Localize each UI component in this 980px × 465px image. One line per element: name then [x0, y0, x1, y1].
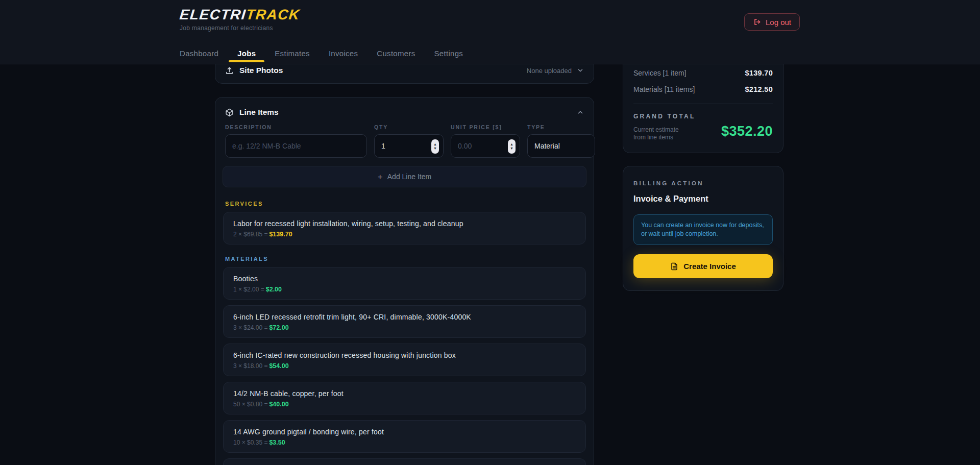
materials-summary-label: Materials [11 items]	[633, 85, 695, 93]
material-calc-expression: 10 × $0.35 =	[233, 439, 267, 446]
material-description: Booties	[233, 275, 576, 283]
estimate-summary-card: Services [1 item] $139.70 Materials [11 …	[623, 53, 783, 153]
add-line-item-label: Add Line Item	[387, 173, 431, 181]
service-total: $139.70	[269, 231, 292, 238]
site-photos-status: None uploaded	[527, 67, 572, 75]
billing-info-note: You can create an invoice now for deposi…	[633, 214, 773, 245]
line-items-card: Line Items DESCRIPTION QTY	[215, 97, 594, 465]
chevron-up-icon[interactable]	[577, 109, 584, 116]
logout-button[interactable]: Log out	[744, 13, 800, 31]
material-description: 6-inch IC-rated new construction recesse…	[233, 351, 576, 359]
description-label: DESCRIPTION	[225, 124, 367, 130]
material-calc-expression: 1 × $2.00 =	[233, 286, 264, 293]
service-calc: 2 × $69.85 =$139.70	[233, 231, 576, 238]
nav-item-settings[interactable]: Settings	[434, 49, 463, 62]
description-field-group: DESCRIPTION	[225, 124, 367, 158]
unit-price-input[interactable]	[458, 142, 513, 150]
site-photos-status-group: None uploaded	[527, 67, 584, 75]
upload-icon	[225, 66, 234, 75]
type-select-value: Material	[534, 142, 560, 150]
material-row[interactable]: 14 AWG ground pigtail / bonding wire, pe…	[223, 420, 586, 453]
billing-action-card: BILLING ACTION Invoice & Payment You can…	[623, 166, 783, 291]
material-row[interactable]: Booties 1 × $2.00 =$2.00	[223, 267, 586, 300]
services-summary-value: $139.70	[745, 69, 773, 77]
main-nav: Dashboard Jobs Estimates Invoices Custom…	[180, 49, 463, 62]
nav-item-invoices[interactable]: Invoices	[329, 49, 358, 62]
chevron-down-icon[interactable]	[577, 67, 584, 74]
invoice-doc-icon	[670, 262, 678, 271]
grand-total-note: Current estimate from line items	[633, 124, 679, 141]
description-input[interactable]	[232, 142, 360, 150]
nav-item-dashboard[interactable]: Dashboard	[180, 49, 218, 62]
logout-label: Log out	[766, 18, 791, 27]
unit-price-stepper[interactable]: ▲▼	[508, 139, 516, 154]
service-row[interactable]: Labor for recessed light installation, w…	[223, 212, 586, 244]
nav-item-jobs[interactable]: Jobs	[237, 49, 256, 62]
add-line-item-button[interactable]: + Add Line Item	[223, 166, 586, 187]
grand-total-note-line2: from line items	[633, 134, 679, 141]
qty-field-group: QTY ▲▼	[374, 124, 444, 158]
site-photos-header[interactable]: Site Photos None uploaded	[225, 63, 584, 78]
nav-item-estimates[interactable]: Estimates	[275, 49, 310, 62]
logo: ELECTRITRACK Job management for electric…	[180, 7, 300, 32]
unit-price-label: UNIT PRICE [$]	[451, 124, 520, 130]
material-calc-expression: 50 × $0.80 =	[233, 401, 267, 408]
nav-item-customers[interactable]: Customers	[377, 49, 415, 62]
description-input-box	[225, 134, 367, 158]
material-calc-expression: 3 × $24.00 =	[233, 324, 267, 331]
material-description: 14/2 NM-B cable, copper, per foot	[233, 389, 576, 398]
material-total: $54.00	[269, 362, 288, 370]
materials-summary-value: $212.50	[745, 85, 773, 93]
line-items-title-group: Line Items	[225, 108, 279, 117]
material-total: $2.00	[266, 286, 282, 293]
logo-tagline: Job management for electricians	[180, 25, 300, 32]
top-bar: ELECTRITRACK Job management for electric…	[0, 0, 980, 64]
qty-input[interactable]	[381, 142, 436, 150]
material-description: 6-inch LED recessed retrofit trim light,…	[233, 313, 576, 321]
material-description: 14 AWG ground pigtail / bonding wire, pe…	[233, 428, 576, 436]
app-screen: ELECTRITRACK Job management for electric…	[0, 0, 980, 465]
materials-heading: MATERIALS	[225, 256, 584, 262]
package-icon	[225, 108, 234, 117]
grand-total-value: $352.20	[721, 124, 773, 139]
material-total: $3.50	[269, 439, 285, 446]
new-line-item-form: DESCRIPTION QTY ▲▼ UNIT PRICE [$]	[223, 124, 586, 158]
material-calc: 3 × $24.00 =$72.00	[233, 324, 576, 331]
line-items-title: Line Items	[239, 108, 279, 117]
material-row[interactable]	[223, 458, 586, 465]
logo-part-2: TRACK	[246, 7, 301, 22]
material-calc: 50 × $0.80 =$40.00	[233, 401, 576, 408]
logo-text: ELECTRITRACK	[179, 7, 301, 23]
divider	[633, 104, 773, 104]
services-heading: SERVICES	[225, 201, 584, 207]
grand-total-label: GRAND TOTAL	[633, 113, 773, 120]
service-calc-expression: 2 × $69.85 =	[233, 231, 267, 238]
billing-title: Invoice & Payment	[633, 194, 773, 204]
type-field-group: TYPE Material	[527, 124, 595, 158]
logout-icon	[753, 18, 761, 26]
unit-price-field-group: UNIT PRICE [$] ▲▼	[451, 124, 520, 158]
billing-section-label: BILLING ACTION	[633, 180, 773, 186]
service-description: Labor for recessed light installation, w…	[233, 219, 576, 228]
material-row[interactable]: 14/2 NM-B cable, copper, per foot 50 × $…	[223, 382, 586, 414]
site-photos-title-group: Site Photos	[225, 66, 283, 75]
grand-total-row: Current estimate from line items $352.20	[633, 124, 773, 141]
material-row[interactable]: 6-inch IC-rated new construction recesse…	[223, 344, 586, 376]
main-content: Site Photos None uploaded	[215, 0, 594, 465]
create-invoice-button[interactable]: Create Invoice	[633, 254, 773, 278]
grand-total-note-line1: Current estimate	[633, 126, 679, 134]
type-select[interactable]: Material	[527, 134, 595, 158]
material-calc: 10 × $0.35 =$3.50	[233, 439, 576, 446]
material-row[interactable]: 6-inch LED recessed retrofit trim light,…	[223, 305, 586, 338]
logo-part-1: ELECTRI	[179, 7, 247, 22]
qty-stepper[interactable]: ▲▼	[431, 139, 439, 154]
qty-label: QTY	[374, 124, 444, 130]
line-items-header[interactable]: Line Items	[223, 107, 586, 118]
qty-input-box: ▲▼	[374, 134, 444, 158]
create-invoice-label: Create Invoice	[683, 262, 736, 271]
plus-icon: +	[378, 173, 383, 181]
material-calc: 1 × $2.00 =$2.00	[233, 286, 576, 293]
material-calc: 3 × $18.00 =$54.00	[233, 362, 576, 370]
material-calc-expression: 3 × $18.00 =	[233, 362, 267, 370]
services-summary-label: Services [1 item]	[633, 69, 686, 77]
